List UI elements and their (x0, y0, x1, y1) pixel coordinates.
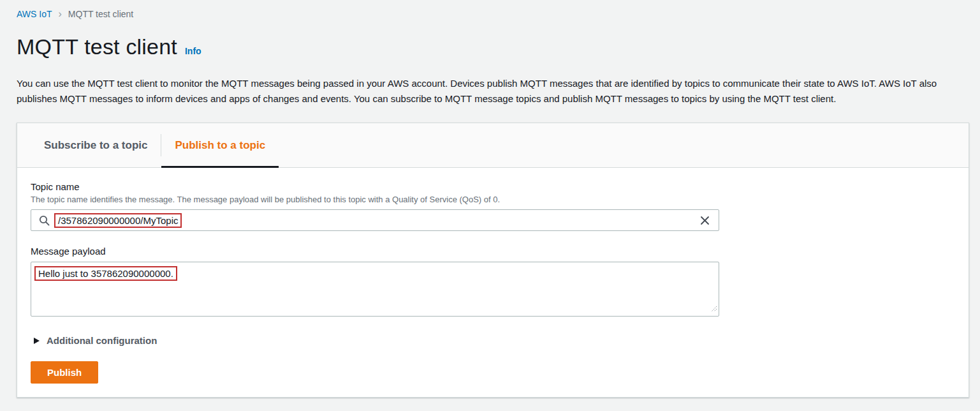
tab-publish-to-a-topic[interactable]: Publish to a topic (161, 123, 279, 167)
tab-bar: Subscribe to a topic Publish to a topic (17, 123, 969, 168)
breadcrumb: AWS IoT › MQTT test client (17, 9, 969, 19)
additional-configuration-label: Additional configuration (47, 335, 157, 346)
info-link[interactable]: Info (185, 46, 201, 56)
message-payload-field-group: Message payload Hello just to 3578620900… (31, 246, 956, 317)
tab-subscribe-to-a-topic[interactable]: Subscribe to a topic (31, 123, 161, 167)
topic-name-field-group: Topic name The topic name identifies the… (31, 181, 956, 231)
search-icon (39, 215, 50, 226)
breadcrumb-link-aws-iot[interactable]: AWS IoT (17, 9, 52, 19)
clear-icon[interactable] (699, 214, 711, 227)
mqtt-client-card: Subscribe to a topic Publish to a topic … (17, 123, 969, 398)
page-title: MQTT test client (17, 34, 177, 59)
page-description: You can use the MQTT test client to moni… (17, 76, 969, 107)
additional-configuration-toggle[interactable]: Additional configuration (31, 335, 956, 346)
breadcrumb-separator-icon: › (59, 10, 62, 19)
message-payload-value: Hello just to 357862090000000. (34, 266, 177, 281)
topic-name-value: /357862090000000/MyTopic (54, 213, 182, 228)
resize-handle-icon[interactable] (710, 303, 717, 315)
topic-name-help-text: The topic name identifies the message. T… (31, 195, 956, 204)
publish-form: Topic name The topic name identifies the… (17, 168, 969, 397)
title-row: MQTT test client Info (17, 34, 969, 59)
disclosure-triangle-icon (34, 338, 40, 344)
message-payload-label: Message payload (31, 246, 956, 257)
page: AWS IoT › MQTT test client MQTT test cli… (0, 0, 980, 398)
breadcrumb-current-page: MQTT test client (68, 9, 133, 19)
topic-name-label: Topic name (31, 181, 956, 192)
topic-name-input[interactable]: /357862090000000/MyTopic (31, 209, 719, 231)
message-payload-textarea[interactable]: Hello just to 357862090000000. (31, 262, 719, 317)
publish-button[interactable]: Publish (31, 361, 98, 384)
